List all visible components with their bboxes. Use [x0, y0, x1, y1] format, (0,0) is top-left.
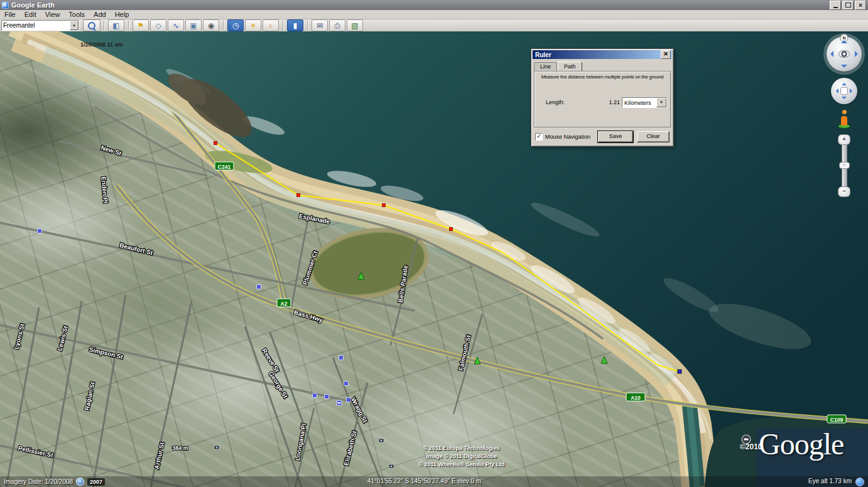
minimize-button[interactable] [830, 1, 841, 10]
look-right-icon[interactable] [855, 51, 858, 57]
zoom-in-button[interactable]: + [838, 134, 850, 145]
clear-button[interactable]: Clear [637, 131, 670, 142]
poi-icon[interactable] [38, 229, 42, 233]
ruler-button[interactable]: ▮ [287, 19, 303, 31]
historical-imagery-icon: ◷ [232, 22, 239, 29]
measurement-point[interactable] [382, 204, 386, 207]
search-input[interactable] [2, 21, 70, 29]
ruler-dialog-titlebar[interactable]: Ruler ✕ [533, 50, 672, 59]
close-icon: × [859, 2, 862, 8]
save-button[interactable]: Save [598, 131, 633, 142]
poi-icon[interactable] [313, 393, 317, 398]
move-right-icon[interactable] [850, 88, 855, 94]
units-selected-value: Kilometers [622, 100, 656, 106]
add-path-button[interactable]: ∿ [168, 19, 184, 31]
print-button[interactable]: ⎙ [329, 19, 345, 31]
toolbar-separator [104, 21, 104, 30]
measurement-end-point[interactable] [678, 370, 681, 373]
length-value: 1.21 [609, 99, 620, 105]
eye-altitude-label: Eye alt 1.73 km [808, 478, 852, 484]
look-joystick[interactable]: N [827, 36, 862, 72]
move-down-icon[interactable] [842, 97, 847, 102]
street-label: Bass Hwy [293, 309, 324, 324]
add-placemark-icon: ⚑ [138, 22, 144, 29]
menu-help[interactable]: Help [111, 11, 134, 18]
title-bar[interactable]: Google Earth × [0, 0, 868, 10]
menu-file[interactable]: File [0, 11, 20, 18]
search-combo-dropdown-arrow-icon[interactable]: ▼ [70, 21, 79, 30]
toolbar-separator [307, 21, 308, 30]
street-label: New St [100, 144, 122, 157]
poi-icon[interactable] [339, 356, 344, 360]
poi-icon[interactable] [257, 285, 261, 289]
zoom-slider[interactable]: + − − [838, 134, 850, 197]
street-label: Beaufort St [119, 242, 154, 257]
lodging-bed-icon [338, 402, 341, 404]
ruler-icon: ▮ [293, 22, 298, 29]
ruler-dialog: Ruler ✕ Line Path Measure the distance b… [531, 48, 674, 147]
add-placemark-button[interactable]: ⚑ [133, 19, 149, 31]
poi-icon[interactable] [325, 395, 329, 399]
tab-path[interactable]: Path [558, 62, 582, 71]
menu-tools[interactable]: Tools [64, 11, 89, 18]
street-label: Arthur St [153, 441, 166, 469]
park-tree-icon[interactable] [601, 356, 607, 363]
pegman-street-view[interactable] [837, 109, 851, 128]
ruler-dialog-title: Ruler [535, 51, 551, 58]
tab-line[interactable]: Line [534, 62, 557, 72]
mouse-navigation-checkbox[interactable]: ✓ [535, 133, 543, 141]
view-in-google-maps-button[interactable]: ▧ [347, 19, 363, 31]
camera-lens-icon [215, 446, 217, 448]
toolbar-buttons: ◧⚑◇∿▣◉◷☀♄▮✉⎙▧ [107, 19, 364, 31]
show-sidebar-button[interactable]: ◧ [108, 19, 124, 31]
move-joystick[interactable] [831, 78, 857, 104]
zoom-out-button[interactable]: − [838, 186, 850, 197]
search-button[interactable] [83, 19, 100, 31]
move-left-icon[interactable] [833, 88, 838, 94]
history-year-chip[interactable]: 2007 [87, 478, 105, 486]
ruler-close-button[interactable]: ✕ [661, 50, 671, 59]
view-in-google-maps-icon: ▧ [351, 22, 358, 29]
measurement-point[interactable] [297, 194, 300, 197]
show-sidebar-icon: ◧ [112, 22, 119, 29]
email-icon: ✉ [317, 22, 323, 29]
satellite-imagery[interactable]: C241A2A10C109 New StEnden PlBeaufort StL… [0, 31, 868, 487]
toolbar-separator [283, 21, 283, 30]
menu-edit[interactable]: Edit [20, 11, 41, 18]
close-button[interactable]: × [855, 1, 866, 10]
look-up-icon[interactable] [841, 40, 847, 43]
historical-imagery-clock-icon[interactable] [76, 478, 84, 486]
move-up-icon[interactable] [842, 80, 847, 85]
print-icon: ⎙ [334, 22, 340, 29]
email-button[interactable]: ✉ [312, 19, 328, 31]
pan-hand-icon [840, 87, 848, 95]
measurement-point[interactable] [450, 228, 453, 231]
add-image-overlay-icon: ▣ [190, 22, 197, 29]
add-polygon-button[interactable]: ◇ [150, 19, 166, 31]
search-combo[interactable]: ▼ [1, 20, 79, 31]
look-down-icon[interactable] [841, 65, 847, 68]
route-shield-label: A10 [631, 395, 641, 401]
street-label: Elizabeth St [342, 430, 358, 466]
sunlight-button[interactable]: ☀ [245, 19, 261, 31]
menu-view[interactable]: View [41, 11, 65, 18]
record-tour-button[interactable]: ◉ [203, 19, 219, 31]
copyright-line: © 2011 Europa Technologies [393, 444, 531, 452]
planets-button[interactable]: ♄ [263, 19, 279, 31]
historical-imagery-button[interactable]: ◷ [227, 19, 244, 31]
poi-icon[interactable] [344, 382, 349, 386]
units-dropdown[interactable]: Kilometers ▼ [622, 97, 667, 108]
menu-add[interactable]: Add [89, 11, 111, 18]
zoom-handle[interactable]: − [839, 162, 850, 169]
ruler-description: Measure the distance between multiple po… [534, 72, 670, 80]
measurement-point[interactable] [214, 142, 217, 145]
toolbar: ▼ ◧⚑◇∿▣◉◷☀♄▮✉⎙▧ [0, 19, 868, 32]
add-image-overlay-button[interactable]: ▣ [185, 19, 202, 31]
camera-lens-icon [380, 439, 382, 441]
length-label: Length: [546, 99, 565, 105]
look-left-icon[interactable] [830, 51, 833, 57]
restore-button[interactable] [842, 1, 854, 10]
street-label: Enden Pl [100, 176, 109, 204]
route-shield-label: C241 [218, 164, 231, 170]
map-viewport[interactable]: C241A2A10C109 New StEnden PlBeaufort StL… [0, 31, 868, 487]
